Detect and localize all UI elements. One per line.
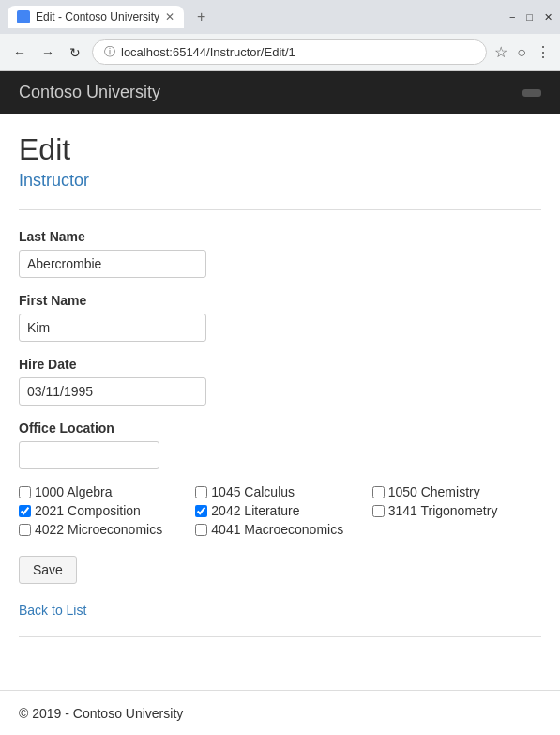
first-name-label: First Name [19,293,541,308]
course-item: 2042 Literature [195,503,364,518]
first-name-group: First Name [19,293,541,342]
maximize-button[interactable]: □ [526,11,533,23]
forward-button[interactable]: → [38,41,58,64]
office-location-input[interactable] [19,441,159,469]
back-button[interactable]: ← [9,41,30,64]
nav-bar: ← → ↻ ⓘ localhost:65144/Instructor/Edit/… [0,34,560,70]
course-checkbox-2021[interactable] [19,505,31,517]
course-checkbox-2042[interactable] [195,505,207,517]
courses-grid: 1000 Algebra1045 Calculus1050 Chemistry2… [19,484,541,537]
address-text: localhost:65144/Instructor/Edit/1 [121,45,295,59]
tab-favicon [17,10,30,23]
footer-text: © 2019 - Contoso University [19,706,183,721]
profile-icon[interactable]: ○ [517,44,526,61]
hire-date-group: Hire Date [19,357,541,406]
app-title: Contoso University [19,83,160,102]
address-bar[interactable]: ⓘ localhost:65144/Instructor/Edit/1 [92,39,487,65]
course-item: 2021 Composition [19,503,188,518]
save-button[interactable]: Save [19,556,77,584]
minimize-button[interactable]: − [509,11,515,23]
course-label-2042: 2042 Literature [211,503,299,518]
reload-button[interactable]: ↻ [66,41,84,64]
bookmark-icon[interactable]: ☆ [494,43,507,61]
window-controls: − □ ✕ [509,11,552,23]
divider-bottom [19,636,541,637]
course-item: 1050 Chemistry [372,484,541,499]
title-bar: Edit - Contoso University ✕ + − □ ✕ [0,0,560,34]
tab-title: Edit - Contoso University [36,10,159,23]
last-name-group: Last Name [19,229,541,278]
last-name-input[interactable] [19,250,206,278]
course-item: 4022 Microeconomics [19,522,188,537]
course-checkbox-1045[interactable] [195,486,207,498]
tab-close-button[interactable]: ✕ [165,10,174,23]
course-checkbox-4041[interactable] [195,524,207,536]
course-checkbox-4022[interactable] [19,524,31,536]
page-footer: © 2019 - Contoso University [0,690,560,735]
app-header: Contoso University [0,71,560,114]
course-checkbox-3141[interactable] [372,505,385,517]
course-item: 3141 Trigonometry [372,503,541,518]
page-heading: Edit [19,132,541,167]
course-label-1000: 1000 Algebra [35,484,113,499]
page-subheading: Instructor [19,171,541,191]
course-label-4041: 4041 Macroeconomics [211,522,343,537]
browser-action-icons: ☆ ○ ⋮ [494,43,551,61]
course-checkbox-1050[interactable] [372,486,385,498]
hire-date-input[interactable] [19,377,206,406]
course-label-3141: 3141 Trigonometry [388,503,498,518]
office-location-group: Office Location [19,421,541,469]
course-checkbox-1000[interactable] [19,486,31,498]
divider-top [19,209,541,210]
back-to-list-link[interactable]: Back to List [19,603,86,618]
course-item: 1000 Algebra [19,484,188,499]
course-label-1050: 1050 Chemistry [388,484,480,499]
active-tab[interactable]: Edit - Contoso University ✕ [8,6,184,28]
first-name-input[interactable] [19,314,206,342]
menu-icon[interactable]: ⋮ [536,43,551,61]
course-item: 4041 Macroeconomics [195,522,364,537]
browser-chrome: Edit - Contoso University ✕ + − □ ✕ ← → … [0,0,560,71]
last-name-label: Last Name [19,229,541,244]
course-label-2021: 2021 Composition [35,503,141,518]
course-item: 1045 Calculus [195,484,364,499]
close-button[interactable]: ✕ [544,11,552,23]
course-label-4022: 4022 Microeconomics [35,522,162,537]
course-label-1045: 1045 Calculus [211,484,295,499]
office-location-label: Office Location [19,421,541,436]
lock-icon: ⓘ [104,44,115,60]
page-content: Edit Instructor Last Name First Name Hir… [0,114,560,675]
tab-strip: Edit - Contoso University ✕ + [8,6,211,28]
header-button[interactable] [522,89,541,97]
hire-date-label: Hire Date [19,357,541,372]
new-tab-button[interactable]: + [191,8,211,25]
